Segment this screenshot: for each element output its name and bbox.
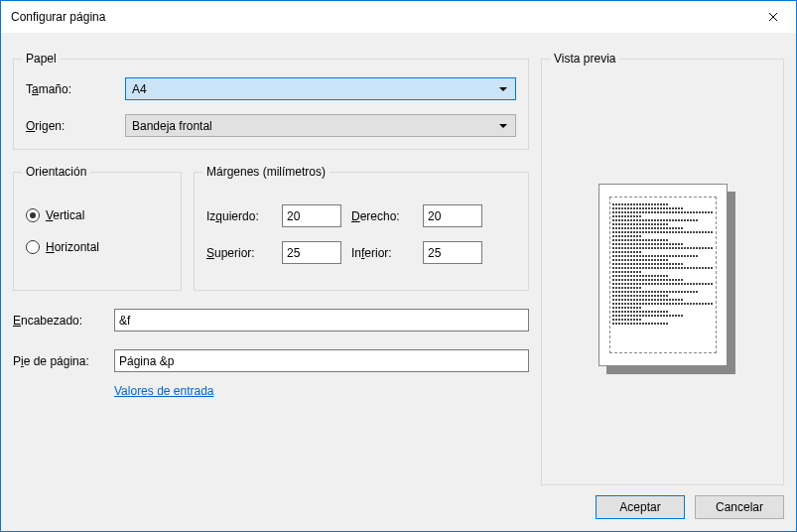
ok-button[interactable]: Aceptar: [596, 495, 685, 519]
input-values-link[interactable]: Valores de entrada: [114, 384, 529, 398]
preview-group: Vista previa: [541, 59, 784, 485]
titlebar: Configurar página: [1, 1, 796, 33]
source-select[interactable]: Bandeja frontal: [125, 114, 516, 137]
margins-group: Márgenes (milímetros) Izquierdo: Derecho…: [194, 172, 529, 291]
size-select[interactable]: A4: [125, 77, 516, 100]
preview-legend: Vista previa: [550, 52, 619, 66]
orientation-legend: Orientación: [22, 165, 90, 179]
paper-group: Papel Tamaño: A4 Origen: Bandeja frontal: [13, 59, 529, 150]
orientation-horizontal-radio[interactable]: Horizontal: [26, 240, 169, 254]
margin-bottom-label: Inferior:: [351, 246, 413, 260]
page-setup-dialog: Configurar página Papel Tamaño: A4: [0, 0, 797, 532]
radio-icon: [26, 240, 40, 254]
preview-page: [598, 184, 728, 366]
margin-top-input[interactable]: [282, 241, 341, 264]
orientation-horizontal-label: Horizontal: [46, 240, 99, 254]
margin-top-label: Superior:: [206, 246, 272, 260]
cancel-button[interactable]: Cancelar: [695, 495, 784, 519]
size-label: Tamaño:: [26, 82, 125, 96]
radio-icon: [26, 208, 40, 222]
orientation-group: Orientación Vertical Horizontal: [13, 172, 182, 291]
source-label: Origen:: [26, 119, 125, 133]
margin-right-label: Derecho:: [351, 209, 413, 223]
margins-legend: Márgenes (milímetros): [202, 165, 330, 179]
orientation-vertical-label: Vertical: [46, 208, 84, 222]
margin-bottom-input[interactable]: [423, 241, 482, 264]
footer-input[interactable]: [114, 349, 529, 372]
header-label: Encabezado:: [13, 314, 114, 328]
chevron-down-icon: [499, 87, 507, 91]
margin-left-label: Izquierdo:: [206, 209, 272, 223]
paper-legend: Papel: [22, 52, 61, 66]
orientation-vertical-radio[interactable]: Vertical: [26, 208, 169, 222]
chevron-down-icon: [499, 124, 507, 128]
footer-label: Pie de página:: [13, 354, 114, 368]
close-button[interactable]: [750, 1, 796, 33]
margin-left-input[interactable]: [282, 204, 341, 227]
header-input[interactable]: [114, 309, 529, 332]
size-value: A4: [132, 82, 147, 96]
margin-right-input[interactable]: [423, 204, 482, 227]
window-title: Configurar página: [11, 10, 105, 24]
source-value: Bandeja frontal: [132, 119, 212, 133]
close-icon: [768, 12, 778, 22]
